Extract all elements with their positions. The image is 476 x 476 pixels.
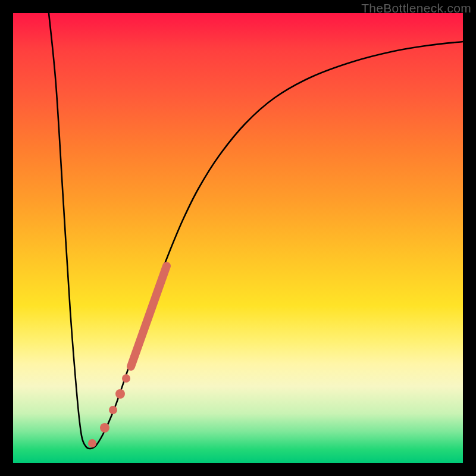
plot-area: [13, 13, 463, 463]
bottleneck-curve: [49, 13, 463, 449]
curve-layer: [13, 13, 463, 463]
dot-3: [109, 406, 117, 414]
dot-5: [122, 374, 130, 383]
highlight-segment: [131, 266, 167, 367]
chart-frame: TheBottleneck.com: [0, 0, 476, 476]
dot-1: [88, 439, 96, 447]
dot-2: [100, 423, 109, 433]
dot-4: [115, 389, 125, 399]
watermark-text: TheBottleneck.com: [361, 1, 471, 15]
marker-dots: [88, 374, 130, 447]
